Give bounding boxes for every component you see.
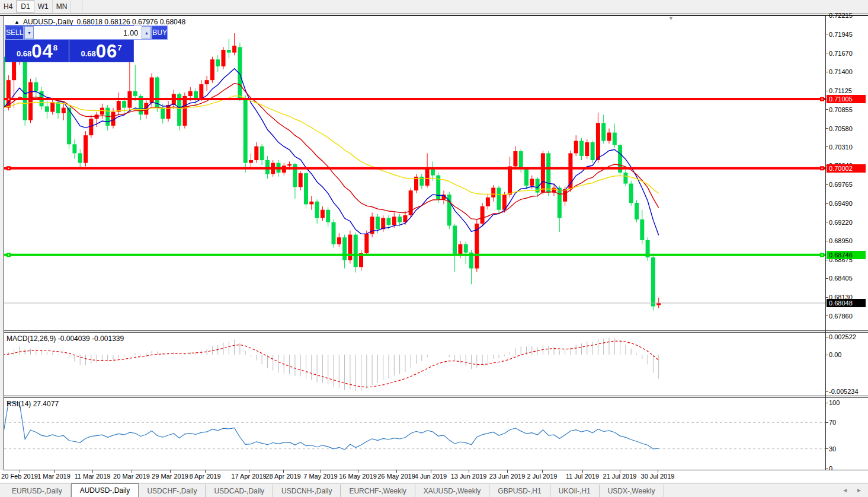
axis-tick (826, 184, 828, 185)
rsi-tick-label: 30 (829, 445, 836, 453)
sell-price-display[interactable]: 0.68 04 8 (5, 40, 69, 62)
time-axis[interactable]: 20 Feb 20191 Mar 201911 Mar 201920 Mar 2… (0, 470, 868, 483)
date-label: 11 Jul 2019 (566, 473, 599, 480)
price-tick-label: 0.70855 (829, 106, 853, 114)
price-marker-label: 0.68048 (827, 299, 866, 307)
trading-terminal: H4D1W1MN ▲ AUDUSD-,Daily 0.68018 0.68126… (0, 0, 868, 497)
price-tick-label: 0.68405 (829, 275, 853, 282)
chart-tabbar: EURUSD-,DailyAUDUSD-,DailyUSDCHF-,DailyU… (0, 483, 868, 497)
date-label: 4 Jun 2019 (415, 473, 447, 480)
price-tick-label: 0.69220 (829, 219, 853, 227)
rsi-pane[interactable] (4, 398, 825, 470)
macd-pane[interactable] (4, 333, 825, 396)
volume-stepper: ▼ ▲ (24, 26, 152, 40)
rsi-tick-label: 70 (829, 419, 836, 426)
timeframe-button-w1[interactable]: W1 (34, 0, 53, 13)
axis-tick (826, 15, 828, 16)
price-marker-label: 0.68746 (827, 251, 866, 259)
toolbar-separator (82, 0, 82, 13)
date-label: 11 Mar 2019 (75, 473, 111, 480)
axis-tick (826, 316, 828, 316)
axis-tick (826, 278, 828, 279)
price-tick-label: 0.71670 (829, 50, 853, 58)
chart-tab-xauusd-weekly[interactable]: XAUUSD-,Weekly (415, 485, 489, 497)
rsi-line (4, 403, 659, 450)
macd-label: MACD(12,26,9) -0.004039 -0.001339 (7, 334, 124, 343)
axis-tick (826, 469, 828, 469)
chart-tab-eurusd-daily[interactable]: EURUSD-,Daily (4, 485, 71, 497)
price-tick-label: 0.69490 (829, 200, 853, 208)
tab-scroll-left-icon[interactable]: ◄ (842, 487, 848, 493)
date-label: 20 Mar 2019 (113, 473, 150, 480)
axis-tick (826, 355, 828, 355)
chart-tab-audusd-daily[interactable]: AUDUSD-,Daily (71, 483, 139, 497)
date-label: 23 Jun 2019 (489, 473, 526, 480)
date-label: 17 Apr 2019 (231, 473, 266, 480)
price-tick-label: 0.71125 (829, 87, 852, 95)
axis-tick (826, 72, 828, 72)
price-chart-pane[interactable] (4, 16, 825, 330)
volume-input[interactable] (34, 26, 142, 39)
price-marker-label: 0.70002 (827, 164, 866, 173)
chart-shift-icon[interactable]: ▼ (668, 15, 674, 21)
price-tick-label: 0.71945 (829, 31, 853, 39)
chart-tab-usdcnh-daily[interactable]: USDCNH-,Daily (273, 485, 341, 497)
date-label: 2 Jul 2019 (527, 473, 558, 480)
axis-tick (826, 391, 828, 392)
axis-tick (826, 34, 828, 34)
buy-price-prefix: 0.68 (81, 49, 95, 58)
axis-tick (826, 241, 828, 241)
sell-price-prefix: 0.68 (17, 49, 31, 58)
buy-price-big-digits: 06 (96, 43, 117, 60)
axis-tick (826, 337, 828, 337)
date-label: 7 May 2019 (303, 473, 337, 480)
axis-tick (826, 146, 828, 147)
volume-increase-icon[interactable]: ▲ (142, 26, 151, 39)
axis-tick (826, 297, 828, 298)
axis-tick (826, 109, 828, 110)
tab-scroll-right-icon[interactable]: ► (856, 487, 862, 493)
timeframe-button-mn[interactable]: MN (53, 0, 72, 13)
one-click-trade-panel: SELL ▼ ▲ BUY 0.68 04 8 0.68 06 7 (5, 25, 134, 62)
price-tick-label: 0.71400 (829, 68, 853, 76)
chart-tab-usdchf-daily[interactable]: USDCHF-,Daily (139, 485, 206, 497)
rsi-value: 27.4077 (33, 400, 59, 408)
date-label: 28 Apr 2019 (265, 473, 300, 480)
chart-tab-usdx-weekly[interactable]: USDX-,Weekly (600, 485, 664, 497)
chart-tab-ukoil-h1[interactable]: UKOil-,H1 (550, 485, 600, 497)
axis-tick (826, 222, 828, 222)
axis-tick (826, 403, 828, 403)
price-tick-label: 0.67860 (829, 313, 853, 320)
chart-tab-usdcad-daily[interactable]: USDCAD-,Daily (206, 485, 273, 497)
date-label: 20 Feb 2019 (1, 473, 38, 480)
timeframe-button-h4[interactable]: H4 (0, 0, 17, 13)
axis-tick (826, 128, 828, 129)
axis-tick (826, 53, 828, 53)
price-tick-label: 0.68950 (829, 237, 853, 245)
axis-tick (826, 91, 828, 91)
date-label: 30 Jul 2019 (641, 473, 675, 480)
sell-price-big-digits: 04 (31, 43, 53, 60)
date-label: 1 Mar 2019 (37, 473, 71, 480)
price-tick-label: 0.72215 (829, 12, 853, 20)
volume-decrease-icon[interactable]: ▼ (24, 26, 34, 39)
price-marker-label: 0.71005 (827, 95, 866, 103)
symbol-marker-icon: ▲ (14, 19, 20, 25)
buy-button[interactable]: BUY (152, 26, 168, 40)
date-label: 13 Jun 2019 (451, 473, 487, 480)
date-label: 8 Apr 2019 (189, 473, 220, 480)
chart-tab-gbpusd-h1[interactable]: GBPUSD-,H1 (489, 485, 550, 497)
date-label: 16 May 2019 (339, 473, 377, 480)
price-tick-label: 0.69765 (829, 181, 853, 189)
macd-values: -0.004039 -0.001339 (58, 334, 124, 343)
rsi-tick-label: 100 (829, 399, 840, 407)
chart-tab-eurchf-weekly[interactable]: EURCHF-,Weekly (341, 485, 415, 497)
buy-price-display[interactable]: 0.68 06 7 (69, 40, 133, 62)
timeframe-toolbar: H4D1W1MN (0, 0, 868, 14)
price-tick-label: 0.70310 (829, 144, 853, 151)
axis-tick (826, 448, 828, 449)
date-label: 29 Mar 2019 (152, 473, 188, 480)
sell-button[interactable]: SELL (5, 26, 24, 40)
timeframe-button-d1[interactable]: D1 (17, 0, 34, 13)
price-tick-label: 0.70580 (829, 125, 853, 133)
